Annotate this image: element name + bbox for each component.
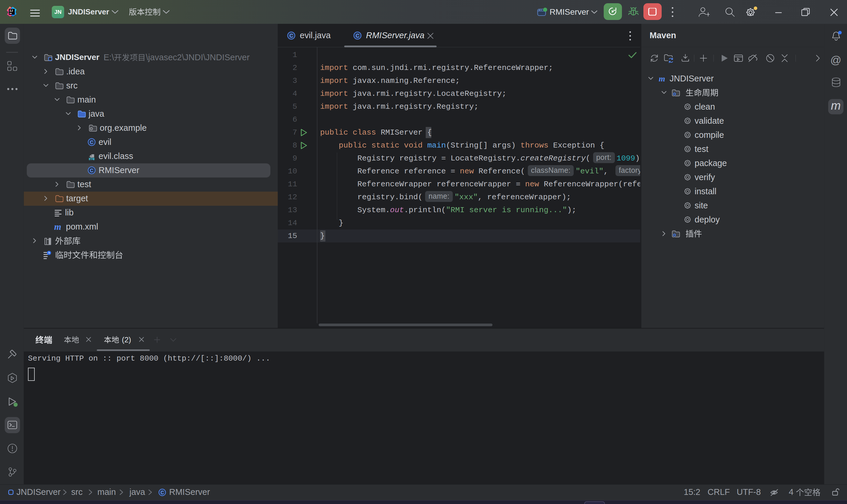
svg-text:m: m — [54, 222, 61, 231]
svg-text:C: C — [290, 33, 293, 38]
svg-text:C: C — [90, 140, 93, 145]
svg-text:m: m — [659, 74, 665, 83]
svg-text:IJ: IJ — [10, 10, 13, 13]
svg-text:C: C — [356, 33, 360, 38]
svg-text:C: C — [161, 490, 164, 495]
svg-text:C: C — [90, 168, 93, 174]
svg-text:01: 01 — [90, 158, 93, 160]
